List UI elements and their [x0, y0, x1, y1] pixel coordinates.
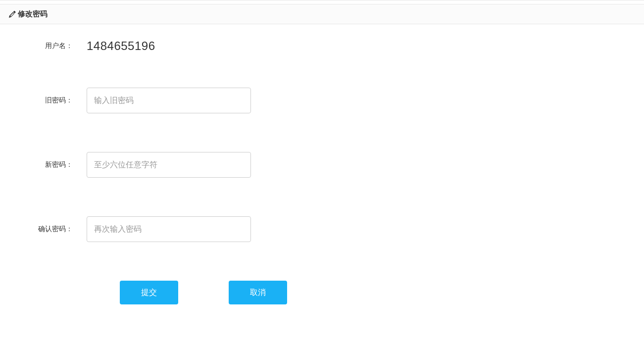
confirm-password-input[interactable]	[87, 216, 251, 242]
edit-icon	[9, 11, 16, 18]
username-row: 用户名： 1484655196	[10, 39, 634, 53]
panel-title: 修改密码	[18, 9, 48, 19]
button-row: 提交 取消	[10, 281, 634, 304]
old-password-row: 旧密码：	[10, 88, 634, 113]
username-label: 用户名：	[10, 42, 77, 50]
submit-button[interactable]: 提交	[120, 281, 178, 304]
new-password-row: 新密码：	[10, 152, 634, 178]
cancel-button[interactable]: 取消	[229, 281, 287, 304]
change-password-form: 用户名： 1484655196 旧密码： 新密码： 确认密码： 提交 取消	[0, 24, 644, 314]
panel-header: 修改密码	[0, 4, 644, 24]
confirm-password-row: 确认密码：	[10, 216, 634, 242]
confirm-password-label: 确认密码：	[10, 225, 77, 234]
old-password-input[interactable]	[87, 88, 251, 113]
new-password-label: 新密码：	[10, 160, 77, 169]
username-value: 1484655196	[77, 39, 155, 53]
new-password-input[interactable]	[87, 152, 251, 178]
old-password-label: 旧密码：	[10, 96, 77, 105]
